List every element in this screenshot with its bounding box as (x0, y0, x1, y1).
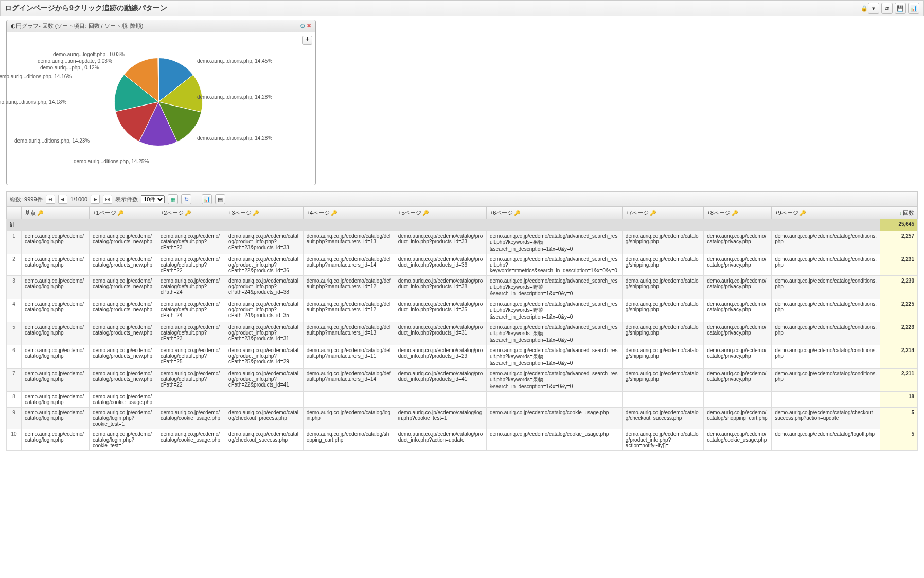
path-cell: demo.auriq.co.jp/ecdemo/catalog/login.ph… (22, 408, 90, 429)
refresh-button[interactable]: ↻ (181, 194, 191, 204)
path-cell: demo.auriq.co.jp/ecdemo/catalog/advanced… (486, 345, 622, 369)
page-next-button[interactable]: ▶ (91, 195, 100, 204)
count-cell: 2,231 (880, 254, 918, 276)
row-number: 9 (7, 408, 22, 429)
chart-close-icon[interactable]: ✖ (307, 23, 311, 30)
path-cell: demo.auriq.co.jp/ecdemo/catalog/shopping… (704, 408, 772, 429)
rows-per-page-select[interactable]: 10件 (141, 195, 165, 203)
key-icon: 🔑 (331, 210, 337, 216)
path-cell: demo.auriq.co.jp/ecdemo/catalog/conditio… (772, 254, 880, 276)
chart-title: 円グラフ- 回数 (ソート項目: 回数 / ソート順: 降順) (16, 22, 300, 30)
dropdown-button[interactable]: ▾ (868, 3, 879, 14)
table-row[interactable]: 5demo.auriq.co.jp/ecdemo/catalog/login.p… (7, 322, 918, 345)
path-cell: demo.auriq.co.jp/ecdemo/catalog/default.… (303, 276, 395, 299)
chart-download-button[interactable]: ⬇ (302, 36, 312, 45)
table-row[interactable]: 4demo.auriq.co.jp/ecdemo/catalog/login.p… (7, 299, 918, 322)
page-first-button[interactable]: ⏮ (46, 195, 55, 204)
table-row[interactable]: 3demo.auriq.co.jp/ecdemo/catalog/login.p… (7, 276, 918, 299)
table-toolbar: 総数: 9999件 ⏮ ◀ 1/1000 ▶ ⏭ 表示件数 10件 ▦ ↻ 📊 … (6, 191, 918, 206)
path-cell: demo.auriq.co.jp/ecdemo/catalog/checkout… (772, 408, 880, 429)
col-p4[interactable]: +4ページ🔑 (303, 207, 395, 219)
row-number: 7 (7, 369, 22, 392)
key-icon: 🔑 (253, 210, 259, 216)
path-cell: demo.auriq.co.jp/ecdemo/catalog/default.… (157, 322, 225, 345)
col-p9[interactable]: +9ページ🔑 (772, 207, 880, 219)
path-cell: demo.auriq.co.jp/ecdemo/catalog/advanced… (486, 299, 622, 322)
count-cell: 2,225 (880, 299, 918, 322)
path-cell: demo.auriq.co.jp/ecdemo/catalog/product_… (225, 254, 303, 276)
col-count[interactable]: ↓回数 (880, 207, 918, 219)
col-p5[interactable]: +5ページ🔑 (395, 207, 486, 219)
path-cell: demo.auriq.co.jp/ecdemo/catalog/product_… (225, 345, 303, 369)
col-p8[interactable]: +8ページ🔑 (704, 207, 772, 219)
pie-label: demo.auriq...ditions.php, 14.28% (197, 94, 272, 100)
col-p3[interactable]: +3ページ🔑 (225, 207, 303, 219)
pie-label: demo.auriq...ditions.php, 14.18% (0, 99, 66, 105)
total-count: 25,645 (880, 219, 918, 231)
path-cell: demo.auriq.co.jp/ecdemo/catalog/conditio… (772, 345, 880, 369)
count-cell: 5 (880, 408, 918, 429)
path-cell: demo.auriq.co.jp/ecdemo/catalog/login.ph… (89, 429, 157, 451)
col-p2[interactable]: +2ページ🔑 (157, 207, 225, 219)
path-cell: demo.auriq.co.jp/ecdemo/catalog/privacy.… (704, 276, 772, 299)
path-cell: demo.auriq.co.jp/ecdemo/catalog/default.… (303, 322, 395, 345)
path-cell: demo.auriq.co.jp/ecdemo/catalog/shipping… (622, 345, 703, 369)
path-cell: demo.auriq.co.jp/ecdemo/catalog/default.… (157, 231, 225, 254)
col-base[interactable]: 基点🔑 (22, 207, 90, 219)
path-cell: demo.auriq.co.jp/ecdemo/catalog/privacy.… (704, 322, 772, 345)
path-cell: demo.auriq.co.jp/ecdemo/catalog/login.ph… (22, 392, 90, 408)
path-cell (395, 392, 486, 408)
row-number: 2 (7, 254, 22, 276)
path-cell (303, 392, 395, 408)
path-cell: demo.auriq.co.jp/ecdemo/catalog/product_… (395, 429, 486, 451)
path-cell: demo.auriq.co.jp/ecdemo/catalog/privacy.… (704, 299, 772, 322)
save-button[interactable]: 💾 (895, 3, 906, 14)
path-cell: demo.auriq.co.jp/ecdemo/catalog/products… (89, 369, 157, 392)
table-row[interactable]: 10demo.auriq.co.jp/ecdemo/catalog/login.… (7, 429, 918, 451)
col-rownum[interactable] (7, 207, 22, 219)
path-cell: demo.auriq.co.jp/ecdemo/catalog/shipping… (622, 299, 703, 322)
path-cell: demo.auriq.co.jp/ecdemo/catalog/product_… (395, 369, 486, 392)
table-row[interactable]: 2demo.auriq.co.jp/ecdemo/catalog/login.p… (7, 254, 918, 276)
table-row[interactable]: 6demo.auriq.co.jp/ecdemo/catalog/login.p… (7, 345, 918, 369)
table-row[interactable]: 8demo.auriq.co.jp/ecdemo/catalog/login.p… (7, 392, 918, 408)
col-p7[interactable]: +7ページ🔑 (622, 207, 703, 219)
path-cell: demo.auriq.co.jp/ecdemo/catalog/product_… (395, 276, 486, 299)
path-cell: demo.auriq.co.jp/ecdemo/catalog/login.ph… (22, 369, 90, 392)
chart-toggle-button[interactable]: 📊 (202, 194, 212, 204)
count-cell: 18 (880, 392, 918, 408)
count-cell: 2,211 (880, 369, 918, 392)
path-cell: demo.auriq.co.jp/ecdemo/catalog/products… (89, 299, 157, 322)
chart-config-icon[interactable]: ⚙ (300, 23, 306, 30)
export-excel-button[interactable]: ▦ (168, 194, 178, 204)
chart-settings-button[interactable]: 📊 (908, 3, 919, 14)
path-cell: demo.auriq.co.jp/ecdemo/catalog/login.ph… (395, 408, 486, 429)
col-p1[interactable]: +1ページ🔑 (89, 207, 157, 219)
count-cell: 2,257 (880, 231, 918, 254)
path-cell: demo.auriq.co.jp/ecdemo/catalog/cookie_u… (157, 408, 225, 429)
columns-button[interactable]: ▤ (215, 194, 225, 204)
path-cell: demo.auriq.co.jp/ecdemo/catalog/product_… (395, 299, 486, 322)
page-prev-button[interactable]: ◀ (58, 195, 67, 204)
copy-button[interactable]: ⧉ (881, 3, 893, 14)
key-icon: 🔑 (799, 210, 806, 216)
path-cell (486, 392, 622, 408)
path-cell: demo.auriq.co.jp/ecdemo/catalog/products… (89, 345, 157, 369)
path-cell: demo.auriq.co.jp/ecdemo/catalog/privacy.… (704, 369, 772, 392)
path-cell: demo.auriq.co.jp/ecdemo/catalog/checkout… (225, 408, 303, 429)
count-cell: 2,214 (880, 345, 918, 369)
path-cell: demo.auriq.co.jp/ecdemo/catalog/product_… (225, 369, 303, 392)
pie-label: demo.auriq...ditions.php, 14.45% (197, 58, 272, 64)
table-row[interactable]: 1demo.auriq.co.jp/ecdemo/catalog/login.p… (7, 231, 918, 254)
path-cell: demo.auriq.co.jp/ecdemo/catalog/login.ph… (22, 299, 90, 322)
table-row[interactable]: 9demo.auriq.co.jp/ecdemo/catalog/login.p… (7, 408, 918, 429)
table-row[interactable]: 7demo.auriq.co.jp/ecdemo/catalog/login.p… (7, 369, 918, 392)
path-cell: demo.auriq.co.jp/ecdemo/catalog/default.… (157, 276, 225, 299)
path-cell: demo.auriq.co.jp/ecdemo/catalog/login.ph… (22, 276, 90, 299)
pie-chart (110, 53, 207, 151)
path-cell: demo.auriq.co.jp/ecdemo/catalog/product_… (225, 322, 303, 345)
page-last-button[interactable]: ⏭ (103, 195, 112, 204)
key-icon: 🔑 (422, 210, 429, 216)
col-p6[interactable]: +6ページ🔑 (486, 207, 622, 219)
total-count-label: 総数: 9999件 (10, 196, 43, 203)
